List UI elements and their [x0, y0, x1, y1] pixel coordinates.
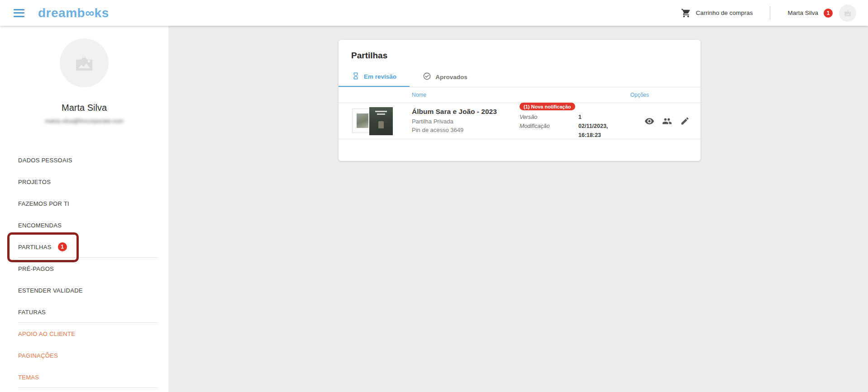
topbar: dreamb∞ks Carrinho de compras Marta Silv… — [0, 0, 868, 26]
user-name[interactable]: Marta Silva — [787, 9, 818, 16]
sidebar-item-temas[interactable]: TEMAS — [0, 366, 168, 388]
hourglass-icon — [352, 72, 360, 81]
sidebar-nav: DADOS PESSOAIS PROJETOS FAZEMOS POR TI E… — [0, 149, 168, 388]
album-thumbnails — [351, 107, 396, 135]
row-actions — [644, 116, 690, 126]
card-footer — [339, 139, 701, 161]
sidebar-item-paginacoes[interactable]: PAGINAÇÕES — [0, 345, 168, 366]
pencil-icon[interactable] — [680, 116, 690, 126]
album-cover-thumbnail — [369, 107, 393, 135]
user-avatar[interactable] — [839, 5, 856, 22]
sidebar-item-encomendas[interactable]: ENCOMENDAS — [0, 214, 168, 236]
cart-icon — [681, 8, 691, 18]
card-title: Partilhas — [339, 40, 701, 67]
sidebar-item-pre-pagos[interactable]: PRÉ-PAGOS — [0, 258, 168, 279]
profile-section: Marta Silva marta.silva@fmcorporate.com — [0, 38, 168, 124]
cart-label: Carrinho de compras — [696, 9, 753, 16]
menu-icon[interactable] — [14, 9, 24, 17]
sidebar-item-estender-validade[interactable]: ESTENDER VALIDADE — [0, 279, 168, 301]
tab-aprovados[interactable]: Aprovados — [410, 67, 481, 87]
sidebar: Marta Silva marta.silva@fmcorporate.com … — [0, 26, 168, 392]
column-header-nome: Nome — [412, 92, 426, 98]
profile-email: marta.silva@fmcorporate.com — [0, 118, 168, 124]
profile-name: Marta Silva — [0, 103, 168, 113]
share-type: Partilha Privada — [412, 118, 520, 126]
modified-label: Modificação — [520, 122, 578, 140]
tab-label: Em revisão — [364, 73, 396, 80]
version-row: Versão 1 — [520, 113, 628, 122]
eye-icon[interactable] — [644, 116, 654, 126]
sidebar-item-dados-pessoais[interactable]: DADOS PESSOAIS — [0, 149, 168, 171]
modified-row: Modificação 02/11/2023, 16:18:23 — [520, 122, 628, 140]
share-status-block: (1) Nova notificação Versão 1 Modificaçã… — [520, 102, 628, 140]
share-pin: Pin de acesso 3649 — [412, 126, 520, 135]
sidebar-item-faturas[interactable]: FATURAS — [0, 301, 168, 323]
sidebar-item-projetos[interactable]: PROJETOS — [0, 171, 168, 193]
table-row[interactable]: Álbum Sara e João - 2023 Partilha Privad… — [339, 103, 701, 139]
people-icon[interactable] — [662, 116, 672, 126]
table-header: Nome Opções — [339, 87, 701, 103]
share-title: Álbum Sara e João - 2023 — [412, 108, 520, 116]
profile-avatar[interactable] — [60, 38, 109, 87]
tab-em-revisao[interactable]: Em revisão — [339, 67, 410, 87]
partilhas-card: Partilhas Em revisão — [339, 40, 701, 161]
modified-value: 02/11/2023, 16:18:23 — [578, 122, 628, 140]
topbar-divider — [770, 6, 770, 20]
tab-label: Aprovados — [435, 74, 467, 80]
sidebar-item-apoio-ao-cliente[interactable]: APOIO AO CLIENTE — [0, 323, 168, 345]
app-window: dreamb∞ks Carrinho de compras Marta Silv… — [0, 0, 868, 392]
share-name-block: Álbum Sara e João - 2023 Partilha Privad… — [412, 108, 520, 135]
sidebar-item-partilhas[interactable]: PARTILHAS 1 — [0, 236, 168, 258]
column-header-opcoes: Opções — [630, 92, 649, 98]
version-value: 1 — [578, 113, 628, 122]
topbar-right: Carrinho de compras Marta Silva 1 — [681, 5, 856, 22]
main-content: Partilhas Em revisão — [168, 26, 868, 392]
brand-logo[interactable]: dreamb∞ks — [38, 6, 109, 20]
tabs: Em revisão Aprovados — [339, 67, 701, 87]
partilhas-count-badge: 1 — [58, 242, 67, 251]
cart-button[interactable]: Carrinho de compras — [681, 8, 753, 18]
sidebar-item-fazemos-por-ti[interactable]: FAZEMOS POR TI — [0, 193, 168, 214]
new-notification-badge: (1) Nova notificação — [520, 103, 575, 110]
notification-count-badge: 1 — [824, 9, 833, 18]
version-label: Versão — [520, 113, 578, 122]
check-circle-icon — [423, 72, 431, 82]
